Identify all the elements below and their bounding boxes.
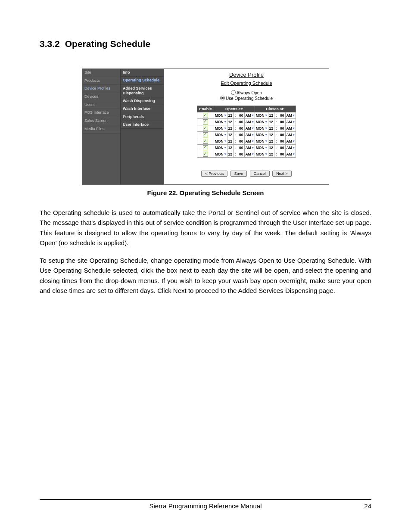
open-hour[interactable]: 12	[227, 119, 233, 125]
dropdown[interactable]: MON ▾	[215, 113, 226, 118]
close-day[interactable]: MON ▾	[255, 119, 268, 125]
nav-item[interactable]: Site	[82, 69, 120, 77]
close-day[interactable]: MON ▾	[255, 145, 268, 151]
open-hour[interactable]: 12	[227, 125, 233, 132]
subnav-item[interactable]: Wash Dispensing	[121, 97, 164, 105]
cancel-button[interactable]: Cancel	[250, 171, 270, 177]
close-day[interactable]: MON ▾	[255, 112, 268, 119]
close-hour[interactable]: 12	[268, 145, 274, 151]
dropdown[interactable]: AM ▾	[286, 146, 295, 150]
open-ampm[interactable]: AM ▾	[244, 112, 255, 119]
close-day[interactable]: MON ▾	[255, 138, 268, 145]
dropdown[interactable]: MON ▾	[256, 126, 267, 131]
open-day[interactable]: MON ▾	[214, 151, 227, 158]
open-ampm[interactable]: AM ▾	[244, 119, 255, 125]
open-ampm[interactable]: AM ▾	[244, 125, 255, 132]
dropdown[interactable]: MON ▾	[256, 120, 267, 124]
close-min[interactable]: 00	[279, 145, 285, 151]
enable-cell[interactable]	[197, 112, 214, 119]
close-min[interactable]: 00	[279, 112, 285, 119]
subnav-item[interactable]: Info	[121, 69, 164, 77]
open-min[interactable]: 00	[238, 119, 244, 125]
dropdown[interactable]: MON ▾	[256, 146, 267, 150]
open-ampm[interactable]: AM ▾	[244, 151, 255, 158]
open-min[interactable]: 00	[238, 138, 244, 145]
dropdown[interactable]: AM ▾	[246, 126, 254, 131]
open-ampm[interactable]: AM ▾	[244, 145, 255, 151]
dropdown[interactable]: MON ▾	[215, 126, 226, 131]
close-day[interactable]: MON ▾	[255, 125, 268, 132]
dropdown[interactable]: AM ▾	[286, 113, 295, 118]
close-hour[interactable]: 12	[268, 112, 274, 119]
dropdown[interactable]: MON ▾	[215, 146, 226, 150]
open-hour[interactable]: 12	[227, 145, 233, 151]
nav-item[interactable]: Users	[82, 101, 120, 109]
dropdown[interactable]: MON ▾	[256, 139, 267, 143]
close-ampm[interactable]: AM ▾	[285, 151, 296, 158]
nav-item[interactable]: Devices	[82, 93, 120, 101]
close-min[interactable]: 00	[279, 119, 285, 125]
close-day[interactable]: MON ▾	[255, 132, 268, 138]
nav-item[interactable]: Device Profiles	[82, 85, 120, 93]
open-min[interactable]: 00	[238, 132, 244, 138]
nav-item[interactable]: Sales Screen	[82, 117, 120, 125]
nav-item[interactable]: POS Interface	[82, 109, 120, 117]
close-min[interactable]: 00	[279, 125, 285, 132]
dropdown[interactable]: MON ▾	[215, 133, 226, 137]
open-day[interactable]: MON ▾	[214, 125, 227, 132]
close-ampm[interactable]: AM ▾	[285, 112, 296, 119]
open-day[interactable]: MON ▾	[214, 119, 227, 125]
close-hour[interactable]: 12	[268, 151, 274, 158]
dropdown[interactable]: MON ▾	[256, 152, 267, 156]
close-min[interactable]: 00	[279, 151, 285, 158]
next-button[interactable]: Next >	[272, 171, 291, 177]
dropdown[interactable]: AM ▾	[286, 126, 295, 131]
subnav-item[interactable]: Operating Schedule	[121, 77, 164, 84]
dropdown[interactable]: AM ▾	[246, 133, 254, 137]
close-ampm[interactable]: AM ▾	[285, 119, 296, 125]
dropdown[interactable]: AM ▾	[286, 139, 295, 143]
close-day[interactable]: MON ▾	[255, 151, 268, 158]
open-min[interactable]: 00	[238, 145, 244, 151]
radio-always-open[interactable]: Always Open	[231, 90, 262, 96]
subnav-item[interactable]: Added Services Dispensing	[121, 85, 164, 98]
enable-cell[interactable]	[197, 145, 214, 151]
subnav-item[interactable]: User Interface	[121, 121, 164, 129]
dropdown[interactable]: AM ▾	[246, 113, 254, 118]
dropdown[interactable]: MON ▾	[256, 113, 267, 118]
save-button[interactable]: Save	[230, 171, 247, 177]
dropdown[interactable]: AM ▾	[246, 152, 254, 156]
nav-item[interactable]: Products	[82, 77, 120, 85]
previous-button[interactable]: < Previous	[201, 171, 227, 177]
close-ampm[interactable]: AM ▾	[285, 125, 296, 132]
close-ampm[interactable]: AM ▾	[285, 132, 296, 138]
dropdown[interactable]: AM ▾	[286, 152, 295, 156]
open-hour[interactable]: 12	[227, 112, 233, 119]
close-ampm[interactable]: AM ▾	[285, 145, 296, 151]
open-ampm[interactable]: AM ▾	[244, 138, 255, 145]
open-hour[interactable]: 12	[227, 151, 233, 158]
close-ampm[interactable]: AM ▾	[285, 138, 296, 145]
close-min[interactable]: 00	[279, 132, 285, 138]
open-day[interactable]: MON ▾	[214, 112, 227, 119]
enable-cell[interactable]	[197, 125, 214, 132]
dropdown[interactable]: MON ▾	[256, 133, 267, 137]
close-hour[interactable]: 12	[268, 125, 274, 132]
dropdown[interactable]: AM ▾	[286, 133, 295, 137]
enable-cell[interactable]	[197, 151, 214, 158]
nav-item[interactable]: Media Files	[82, 125, 120, 134]
open-day[interactable]: MON ▾	[214, 132, 227, 138]
dropdown[interactable]: AM ▾	[246, 120, 254, 124]
open-min[interactable]: 00	[238, 112, 244, 119]
close-min[interactable]: 00	[279, 138, 285, 145]
dropdown[interactable]: AM ▾	[286, 120, 295, 124]
close-hour[interactable]: 12	[268, 132, 274, 138]
enable-cell[interactable]	[197, 138, 214, 145]
open-min[interactable]: 00	[238, 151, 244, 158]
dropdown[interactable]: MON ▾	[215, 120, 226, 124]
open-hour[interactable]: 12	[227, 132, 233, 138]
open-min[interactable]: 00	[238, 125, 244, 132]
close-hour[interactable]: 12	[268, 119, 274, 125]
dropdown[interactable]: AM ▾	[246, 146, 254, 150]
radio-use-schedule[interactable]: Use Operating Schedule	[220, 96, 273, 101]
